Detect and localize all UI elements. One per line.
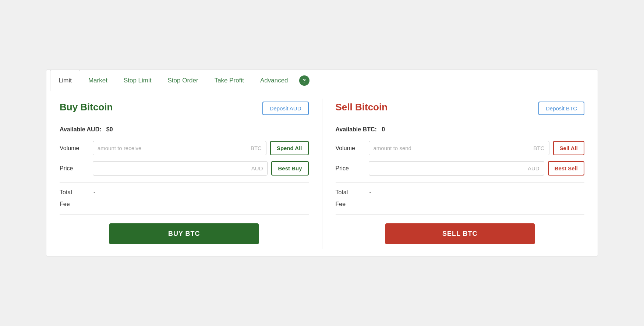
buy-volume-currency: BTC <box>246 141 266 155</box>
available-aud-row: Available AUD: $0 <box>60 126 309 133</box>
best-sell-button[interactable]: Best Sell <box>548 161 584 176</box>
buy-total-row: Total - <box>60 189 309 196</box>
buy-btc-button[interactable]: BUY BTC <box>109 223 259 244</box>
sell-price-currency: AUD <box>523 162 544 175</box>
sell-total-row: Total - <box>336 189 585 196</box>
trading-panel: Limit Market Stop Limit Stop Order Take … <box>46 70 598 256</box>
available-btc-label: Available BTC: <box>336 126 377 132</box>
deposit-aud-button[interactable]: Deposit AUD <box>262 102 309 115</box>
sell-title: Sell Bitcoin <box>336 102 388 113</box>
buy-divider <box>60 182 309 183</box>
spend-all-button[interactable]: Spend All <box>270 141 309 155</box>
buy-price-label: Price <box>60 165 89 172</box>
sell-total-value: - <box>369 189 371 196</box>
buy-price-input-wrapper: AUD <box>93 161 268 176</box>
tab-stop-order[interactable]: Stop Order <box>159 70 206 91</box>
buy-price-currency: AUD <box>247 162 268 175</box>
sell-price-row: Price AUD Best Sell <box>336 161 585 176</box>
sell-volume-label: Volume <box>336 145 365 152</box>
buy-title: Buy Bitcoin <box>60 102 113 113</box>
deposit-btc-button[interactable]: Deposit BTC <box>538 102 584 115</box>
buy-price-row: Price AUD Best Buy <box>60 161 309 176</box>
sell-total-label: Total <box>336 189 365 196</box>
sell-volume-row: Volume BTC Sell All <box>336 141 585 155</box>
sell-volume-input-wrapper: BTC <box>369 141 549 155</box>
buy-volume-input-wrapper: BTC <box>93 141 266 155</box>
buy-panel: Buy Bitcoin Deposit AUD Available AUD: $… <box>46 91 322 256</box>
buy-panel-header: Buy Bitcoin Deposit AUD <box>60 102 309 120</box>
sell-fee-row: Fee <box>336 201 585 208</box>
sell-volume-currency: BTC <box>529 141 549 155</box>
available-aud-value: $0 <box>106 126 113 132</box>
buy-volume-input[interactable] <box>93 141 246 155</box>
sell-divider-2 <box>336 214 585 215</box>
buy-total-value: - <box>93 189 95 196</box>
sell-fee-label: Fee <box>336 201 365 208</box>
tab-limit[interactable]: Limit <box>50 70 80 91</box>
buy-fee-row: Fee <box>60 201 309 208</box>
help-icon[interactable]: ? <box>299 75 309 86</box>
buy-fee-label: Fee <box>60 201 89 208</box>
buy-volume-row: Volume BTC Spend All <box>60 141 309 155</box>
tab-stop-limit[interactable]: Stop Limit <box>116 70 160 91</box>
sell-price-input[interactable] <box>369 162 523 175</box>
tab-take-profit[interactable]: Take Profit <box>206 70 252 91</box>
content-area: Buy Bitcoin Deposit AUD Available AUD: $… <box>46 91 598 256</box>
available-btc-row: Available BTC: 0 <box>336 126 585 133</box>
sell-divider <box>336 182 585 183</box>
sell-panel-header: Sell Bitcoin Deposit BTC <box>336 102 585 120</box>
buy-divider-2 <box>60 214 309 215</box>
available-aud-label: Available AUD: <box>60 126 102 132</box>
available-btc-value: 0 <box>382 126 385 132</box>
sell-btc-button[interactable]: SELL BTC <box>385 223 535 244</box>
sell-price-label: Price <box>336 165 365 172</box>
buy-volume-label: Volume <box>60 145 89 152</box>
buy-total-label: Total <box>60 189 89 196</box>
tab-market[interactable]: Market <box>80 70 116 91</box>
best-buy-button[interactable]: Best Buy <box>271 161 308 176</box>
sell-price-input-wrapper: AUD <box>369 161 544 176</box>
sell-volume-input[interactable] <box>369 141 529 155</box>
tabs-bar: Limit Market Stop Limit Stop Order Take … <box>46 70 598 91</box>
sell-panel: Sell Bitcoin Deposit BTC Available BTC: … <box>322 91 598 256</box>
buy-price-input[interactable] <box>93 162 247 175</box>
tab-advanced[interactable]: Advanced <box>252 70 296 91</box>
sell-all-button[interactable]: Sell All <box>553 141 584 155</box>
